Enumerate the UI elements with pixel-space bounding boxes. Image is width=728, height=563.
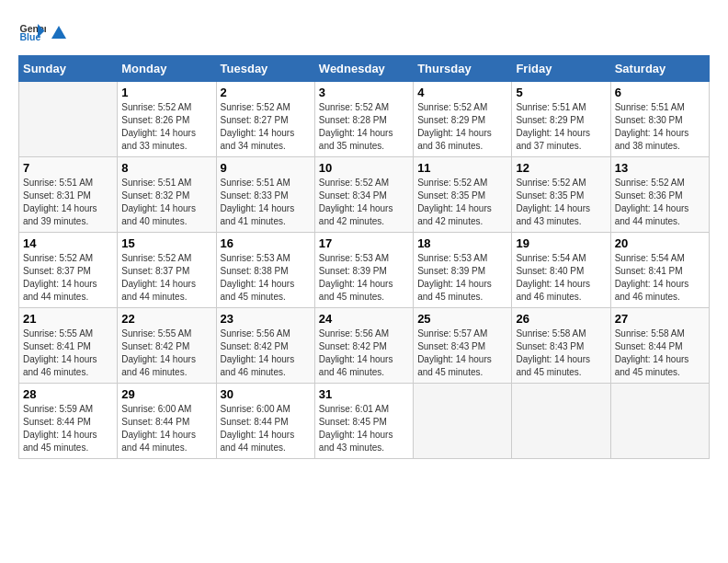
day-info: Sunrise: 5:53 AMSunset: 8:39 PMDaylight:… (417, 252, 507, 304)
day-cell: 14Sunrise: 5:52 AMSunset: 8:37 PMDayligh… (19, 233, 118, 308)
day-info: Sunrise: 5:53 AMSunset: 8:39 PMDaylight:… (319, 252, 409, 304)
day-cell: 12Sunrise: 5:52 AMSunset: 8:35 PMDayligh… (512, 157, 610, 233)
day-cell: 1Sunrise: 5:52 AMSunset: 8:26 PMDaylight… (118, 82, 216, 157)
day-cell (610, 384, 709, 459)
day-cell: 6Sunrise: 5:51 AMSunset: 8:30 PMDaylight… (610, 82, 709, 157)
day-info: Sunrise: 5:52 AMSunset: 8:37 PMDaylight:… (23, 252, 113, 304)
header-tuesday: Tuesday (216, 56, 314, 82)
day-info: Sunrise: 5:56 AMSunset: 8:42 PMDaylight:… (319, 327, 409, 379)
day-number: 8 (121, 161, 211, 175)
day-cell: 27Sunrise: 5:58 AMSunset: 8:44 PMDayligh… (610, 308, 709, 384)
day-number: 7 (23, 161, 113, 175)
day-cell: 22Sunrise: 5:55 AMSunset: 8:42 PMDayligh… (118, 308, 216, 384)
day-cell: 26Sunrise: 5:58 AMSunset: 8:43 PMDayligh… (512, 308, 610, 384)
week-row-2: 7Sunrise: 5:51 AMSunset: 8:31 PMDaylight… (19, 157, 710, 233)
day-number: 14 (23, 236, 113, 250)
day-cell: 31Sunrise: 6:01 AMSunset: 8:45 PMDayligh… (314, 384, 413, 459)
day-info: Sunrise: 5:59 AMSunset: 8:44 PMDaylight:… (23, 403, 113, 454)
week-row-5: 28Sunrise: 5:59 AMSunset: 8:44 PMDayligh… (19, 384, 710, 459)
day-number: 31 (319, 387, 409, 401)
day-cell: 8Sunrise: 5:51 AMSunset: 8:32 PMDaylight… (118, 157, 216, 233)
day-cell (414, 384, 512, 459)
day-info: Sunrise: 5:58 AMSunset: 8:44 PMDaylight:… (615, 327, 705, 379)
day-number: 5 (516, 86, 606, 99)
day-info: Sunrise: 5:52 AMSunset: 8:36 PMDaylight:… (615, 177, 705, 228)
day-number: 23 (221, 312, 311, 326)
day-info: Sunrise: 5:57 AMSunset: 8:43 PMDaylight:… (417, 327, 507, 379)
day-cell: 15Sunrise: 5:52 AMSunset: 8:37 PMDayligh… (118, 233, 216, 308)
day-cell: 16Sunrise: 5:53 AMSunset: 8:38 PMDayligh… (216, 233, 314, 308)
day-info: Sunrise: 6:00 AMSunset: 8:44 PMDaylight:… (121, 403, 211, 454)
day-cell: 10Sunrise: 5:52 AMSunset: 8:34 PMDayligh… (314, 157, 413, 233)
week-row-3: 14Sunrise: 5:52 AMSunset: 8:37 PMDayligh… (19, 233, 710, 308)
day-cell: 30Sunrise: 6:00 AMSunset: 8:44 PMDayligh… (216, 384, 314, 459)
day-number: 20 (615, 236, 705, 250)
header-sunday: Sunday (19, 56, 118, 82)
day-info: Sunrise: 5:52 AMSunset: 8:26 PMDaylight:… (121, 101, 211, 153)
day-cell: 21Sunrise: 5:55 AMSunset: 8:41 PMDayligh… (19, 308, 118, 384)
day-cell: 28Sunrise: 5:59 AMSunset: 8:44 PMDayligh… (19, 384, 118, 459)
day-info: Sunrise: 5:54 AMSunset: 8:40 PMDaylight:… (516, 252, 606, 304)
day-number: 29 (121, 387, 211, 401)
page-header: General Blue (18, 18, 710, 46)
day-cell: 23Sunrise: 5:56 AMSunset: 8:42 PMDayligh… (216, 308, 314, 384)
day-cell: 9Sunrise: 5:51 AMSunset: 8:33 PMDaylight… (216, 157, 314, 233)
day-number: 18 (417, 236, 507, 250)
week-row-4: 21Sunrise: 5:55 AMSunset: 8:41 PMDayligh… (19, 308, 710, 384)
header-saturday: Saturday (610, 56, 709, 82)
day-info: Sunrise: 5:52 AMSunset: 8:34 PMDaylight:… (319, 177, 409, 228)
day-number: 9 (221, 161, 311, 175)
day-cell: 17Sunrise: 5:53 AMSunset: 8:39 PMDayligh… (314, 233, 413, 308)
day-info: Sunrise: 5:52 AMSunset: 8:28 PMDaylight:… (319, 101, 409, 153)
day-cell: 3Sunrise: 5:52 AMSunset: 8:28 PMDaylight… (314, 82, 413, 157)
day-number: 22 (121, 312, 211, 326)
day-cell: 25Sunrise: 5:57 AMSunset: 8:43 PMDayligh… (414, 308, 512, 384)
header-friday: Friday (512, 56, 610, 82)
day-number: 21 (23, 312, 113, 326)
day-info: Sunrise: 5:55 AMSunset: 8:42 PMDaylight:… (121, 327, 211, 379)
day-info: Sunrise: 5:55 AMSunset: 8:41 PMDaylight:… (23, 327, 113, 379)
day-number: 19 (516, 236, 606, 250)
day-info: Sunrise: 5:51 AMSunset: 8:32 PMDaylight:… (121, 177, 211, 228)
day-number: 13 (615, 161, 705, 175)
day-cell: 18Sunrise: 5:53 AMSunset: 8:39 PMDayligh… (414, 233, 512, 308)
day-cell (19, 82, 118, 157)
day-number: 6 (615, 86, 705, 99)
day-info: Sunrise: 5:58 AMSunset: 8:43 PMDaylight:… (516, 327, 606, 379)
day-cell: 29Sunrise: 6:00 AMSunset: 8:44 PMDayligh… (118, 384, 216, 459)
day-info: Sunrise: 5:51 AMSunset: 8:31 PMDaylight:… (23, 177, 113, 228)
day-cell: 5Sunrise: 5:51 AMSunset: 8:29 PMDaylight… (512, 82, 610, 157)
day-info: Sunrise: 5:54 AMSunset: 8:41 PMDaylight:… (615, 252, 705, 304)
calendar-header-row: SundayMondayTuesdayWednesdayThursdayFrid… (19, 56, 710, 82)
day-number: 17 (319, 236, 409, 250)
logo-icon: General Blue (18, 18, 46, 46)
day-info: Sunrise: 5:53 AMSunset: 8:38 PMDaylight:… (221, 252, 311, 304)
day-number: 11 (417, 161, 507, 175)
day-number: 1 (121, 86, 211, 99)
day-info: Sunrise: 5:51 AMSunset: 8:29 PMDaylight:… (516, 101, 606, 153)
day-info: Sunrise: 5:52 AMSunset: 8:37 PMDaylight:… (121, 252, 211, 304)
day-info: Sunrise: 5:52 AMSunset: 8:35 PMDaylight:… (417, 177, 507, 228)
header-thursday: Thursday (414, 56, 512, 82)
day-number: 30 (221, 387, 311, 401)
logo-triangle-icon (51, 24, 67, 40)
day-number: 3 (319, 86, 409, 99)
day-number: 2 (221, 86, 311, 99)
day-cell: 24Sunrise: 5:56 AMSunset: 8:42 PMDayligh… (314, 308, 413, 384)
svg-marker-2 (51, 26, 66, 39)
day-info: Sunrise: 5:52 AMSunset: 8:27 PMDaylight:… (221, 101, 311, 153)
week-row-1: 1Sunrise: 5:52 AMSunset: 8:26 PMDaylight… (19, 82, 710, 157)
day-number: 4 (417, 86, 507, 99)
day-number: 25 (417, 312, 507, 326)
day-info: Sunrise: 6:01 AMSunset: 8:45 PMDaylight:… (319, 403, 409, 454)
day-number: 24 (319, 312, 409, 326)
calendar-table: SundayMondayTuesdayWednesdayThursdayFrid… (18, 55, 710, 459)
day-cell: 2Sunrise: 5:52 AMSunset: 8:27 PMDaylight… (216, 82, 314, 157)
header-monday: Monday (118, 56, 216, 82)
day-number: 27 (615, 312, 705, 326)
header-wednesday: Wednesday (314, 56, 413, 82)
day-info: Sunrise: 5:56 AMSunset: 8:42 PMDaylight:… (221, 327, 311, 379)
day-cell (512, 384, 610, 459)
day-info: Sunrise: 5:52 AMSunset: 8:29 PMDaylight:… (417, 101, 507, 153)
svg-text:Blue: Blue (20, 31, 41, 42)
